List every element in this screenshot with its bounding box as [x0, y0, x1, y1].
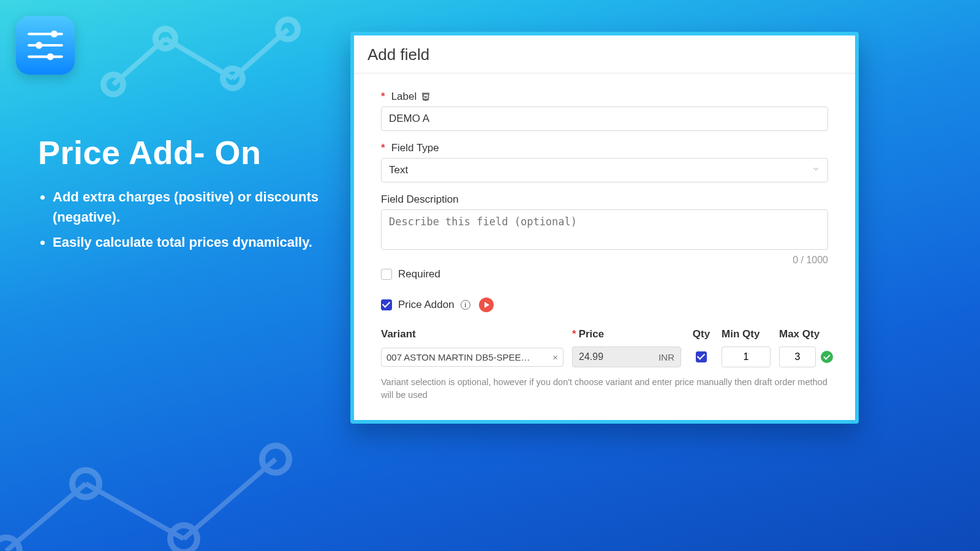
col-variant: Variant — [381, 328, 564, 340]
svg-point-5 — [47, 53, 54, 60]
fieldtype-value: Text — [389, 164, 408, 176]
col-min: Min Qty — [722, 328, 771, 340]
svg-line-15 — [184, 459, 276, 539]
html5-icon — [420, 91, 431, 102]
max-qty-input[interactable] — [779, 347, 816, 367]
marketing-bullet: Add extra charges (positive) or discount… — [53, 187, 320, 227]
marketing-title: Price Add- On — [38, 135, 320, 171]
addon-table-row: 007 ASTON MARTIN DB5-SPEED CH (7... × 24… — [381, 347, 828, 367]
marketing-copy: Price Add- On Add extra charges (positiv… — [38, 135, 320, 257]
play-icon[interactable] — [479, 298, 494, 312]
required-checkbox[interactable] — [381, 269, 392, 280]
required-label: Required — [398, 268, 440, 280]
clear-variant-icon[interactable]: × — [552, 352, 558, 362]
app-icon — [16, 16, 75, 75]
col-max: Max Qty — [779, 328, 835, 340]
price-addon-checkbox[interactable] — [381, 299, 392, 310]
chevron-down-icon — [812, 164, 820, 176]
price-input[interactable]: 24.99 INR — [572, 347, 681, 367]
price-addon-label: Price Addon — [398, 299, 454, 311]
fieldtype-caption: * Field Type — [381, 142, 828, 154]
decoration-graph-bottom — [0, 416, 300, 551]
svg-point-3 — [51, 31, 58, 37]
label-caption: * Label — [381, 91, 828, 103]
marketing-bullets: Add extra charges (positive) or discount… — [38, 187, 320, 252]
fieldtype-select[interactable]: Text — [381, 158, 828, 182]
required-asterisk: * — [381, 142, 385, 154]
description-textarea[interactable] — [381, 209, 828, 250]
promo-slide: Price Add- On Add extra charges (positiv… — [0, 0, 980, 551]
svg-point-4 — [36, 42, 42, 48]
price-value: 24.99 — [579, 351, 603, 362]
min-qty-input[interactable] — [722, 347, 771, 367]
label-input[interactable] — [381, 107, 828, 131]
svg-line-14 — [86, 484, 184, 539]
panel-title: Add field — [354, 36, 855, 73]
check-circle-icon — [821, 351, 833, 363]
description-caption: Field Description — [381, 193, 828, 206]
col-price: *Price — [572, 328, 681, 340]
col-qty: Qty — [690, 328, 713, 340]
sliders-icon — [25, 25, 66, 66]
decoration-graph-top — [86, 11, 306, 109]
variant-select[interactable]: 007 ASTON MARTIN DB5-SPEED CH (7... × — [381, 348, 564, 367]
price-currency: INR — [658, 352, 674, 362]
marketing-bullet: Easily calculate total prices dynamicall… — [53, 232, 320, 252]
qty-checkbox[interactable] — [696, 351, 707, 362]
add-field-panel: Add field * Label * Field Type — [350, 32, 859, 424]
svg-point-12 — [278, 20, 298, 39]
variant-value: 007 ASTON MARTIN DB5-SPEED CH (7... — [386, 352, 533, 362]
info-icon[interactable]: i — [461, 300, 470, 310]
required-asterisk: * — [381, 91, 385, 103]
addon-table-header: Variant *Price Qty Min Qty Max Qty — [381, 328, 828, 340]
description-counter: 0 / 1000 — [381, 255, 828, 266]
variant-hint: Variant selection is optional, however i… — [381, 376, 828, 402]
